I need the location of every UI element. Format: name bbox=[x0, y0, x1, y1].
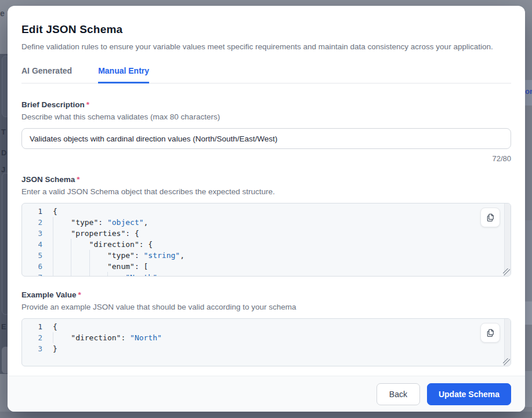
indent-guide bbox=[107, 272, 108, 277]
code-text: "type": "object", bbox=[53, 217, 148, 228]
code-lines: 1{2 "direction": "North"3} bbox=[22, 319, 511, 354]
editor-scrollbar[interactable] bbox=[504, 203, 511, 276]
brief-description-section: Brief Description* Describe what this sc… bbox=[21, 100, 511, 163]
background-link-fragment: on bbox=[525, 87, 532, 96]
code-line: 1{ bbox=[22, 321, 511, 332]
code-line: 7 "North", bbox=[22, 272, 511, 277]
code-line: 4 "direction": { bbox=[22, 239, 511, 250]
line-number: 1 bbox=[22, 206, 42, 217]
indent-guide bbox=[71, 261, 71, 272]
copy-button[interactable] bbox=[480, 323, 500, 343]
copy-icon bbox=[486, 328, 495, 338]
code-token: "enum": [ bbox=[53, 262, 148, 271]
code-line: 5 "type": "string", bbox=[22, 250, 511, 261]
background-text-fragment: e bbox=[0, 9, 8, 18]
indent-guide bbox=[53, 217, 53, 228]
code-text: "type": "string", bbox=[53, 250, 184, 261]
line-number: 1 bbox=[22, 321, 42, 332]
indent-guide bbox=[53, 332, 53, 343]
edit-json-schema-modal: Edit JSON Schema Define validation rules… bbox=[8, 6, 525, 412]
code-text: "direction": "North" bbox=[53, 332, 162, 343]
indent-guide bbox=[89, 250, 90, 261]
code-token: { bbox=[53, 322, 57, 331]
json-schema-label: JSON Schema* bbox=[21, 175, 511, 184]
copy-button[interactable] bbox=[480, 208, 500, 227]
code-line: 2 "type": "object", bbox=[22, 217, 511, 228]
brief-description-input[interactable] bbox=[21, 128, 511, 149]
line-number: 2 bbox=[22, 332, 42, 343]
background-band-fragment bbox=[525, 371, 532, 407]
brief-description-label-text: Brief Description bbox=[21, 100, 85, 109]
line-number: 3 bbox=[22, 343, 42, 354]
required-asterisk: * bbox=[78, 290, 81, 299]
code-token-string: "North" bbox=[130, 333, 162, 342]
json-schema-helper: Enter a valid JSON Schema object that de… bbox=[21, 187, 511, 196]
indent-guide bbox=[71, 272, 71, 277]
example-value-code-editor[interactable]: 1{2 "direction": "North"3} bbox=[21, 318, 511, 366]
code-text: "North", bbox=[53, 272, 162, 277]
indent-guide bbox=[53, 228, 53, 239]
code-token: "direction": { bbox=[53, 240, 153, 249]
indent-guide bbox=[89, 272, 90, 277]
example-value-section: Example Value* Provide an example JSON v… bbox=[21, 290, 511, 366]
code-token: , bbox=[180, 251, 184, 260]
code-token: "type": bbox=[53, 218, 107, 227]
indent-guide bbox=[89, 261, 90, 272]
indent-guide bbox=[53, 239, 53, 250]
code-token: { bbox=[53, 207, 57, 216]
character-counter: 72/80 bbox=[21, 154, 511, 163]
code-text: "enum": [ bbox=[53, 261, 148, 272]
update-schema-button[interactable]: Update Schema bbox=[427, 383, 511, 405]
back-button[interactable]: Back bbox=[377, 383, 420, 405]
background-bottom-strip bbox=[0, 412, 532, 418]
indent-guide bbox=[53, 261, 53, 272]
background-band-fragment bbox=[525, 220, 532, 301]
copy-icon bbox=[486, 213, 495, 223]
indent-guide bbox=[71, 239, 71, 250]
resize-handle-icon[interactable] bbox=[503, 358, 510, 365]
brief-description-label: Brief Description* bbox=[21, 100, 511, 109]
example-value-label: Example Value* bbox=[21, 290, 511, 299]
code-token: , bbox=[157, 273, 162, 277]
line-number: 6 bbox=[22, 261, 42, 272]
code-text: } bbox=[53, 343, 57, 354]
line-number: 5 bbox=[22, 250, 42, 261]
line-number: 2 bbox=[22, 217, 42, 228]
line-number: 7 bbox=[22, 272, 42, 277]
indent-guide bbox=[71, 250, 71, 261]
code-line: 1{ bbox=[22, 206, 511, 217]
code-token-string: "string" bbox=[144, 251, 180, 260]
code-text: "properties": { bbox=[53, 228, 139, 239]
code-line: 2 "direction": "North" bbox=[22, 332, 511, 343]
code-token: "properties": { bbox=[53, 229, 139, 238]
code-token: , bbox=[144, 218, 149, 227]
code-text: { bbox=[53, 321, 57, 332]
example-value-label-text: Example Value bbox=[21, 290, 77, 299]
indent-guide bbox=[53, 250, 53, 261]
required-asterisk: * bbox=[86, 100, 89, 109]
example-value-helper: Provide an example JSON value that shoul… bbox=[21, 303, 511, 311]
resize-handle-icon[interactable] bbox=[503, 268, 510, 275]
code-line: 3 "properties": { bbox=[22, 228, 511, 239]
code-token: "type": bbox=[53, 251, 144, 260]
code-text: { bbox=[53, 206, 57, 217]
line-number: 3 bbox=[22, 228, 42, 239]
modal-subtitle: Define validation rules to ensure your v… bbox=[21, 42, 511, 51]
modal-title: Edit JSON Schema bbox=[21, 23, 511, 36]
code-token-string: "object" bbox=[107, 218, 144, 227]
json-schema-label-text: JSON Schema bbox=[21, 175, 75, 184]
json-schema-code-editor[interactable]: 1{2 "type": "object",3 "properties": {4 … bbox=[21, 203, 511, 277]
json-schema-section: JSON Schema* Enter a valid JSON Schema o… bbox=[21, 175, 511, 277]
code-line: 6 "enum": [ bbox=[22, 261, 511, 272]
indent-guide bbox=[53, 272, 53, 277]
code-token: } bbox=[53, 344, 57, 353]
tab-ai-generated[interactable]: AI Generated bbox=[21, 66, 72, 83]
code-lines: 1{2 "type": "object",3 "properties": {4 … bbox=[22, 203, 511, 277]
background-band-fragment bbox=[525, 301, 532, 325]
tab-manual-entry[interactable]: Manual Entry bbox=[98, 66, 149, 83]
required-asterisk: * bbox=[77, 175, 79, 184]
code-token: "direction": bbox=[53, 333, 130, 342]
line-number: 4 bbox=[22, 239, 42, 250]
code-text: "direction": { bbox=[53, 239, 153, 250]
modal-footer: Back Update Schema bbox=[8, 376, 525, 412]
